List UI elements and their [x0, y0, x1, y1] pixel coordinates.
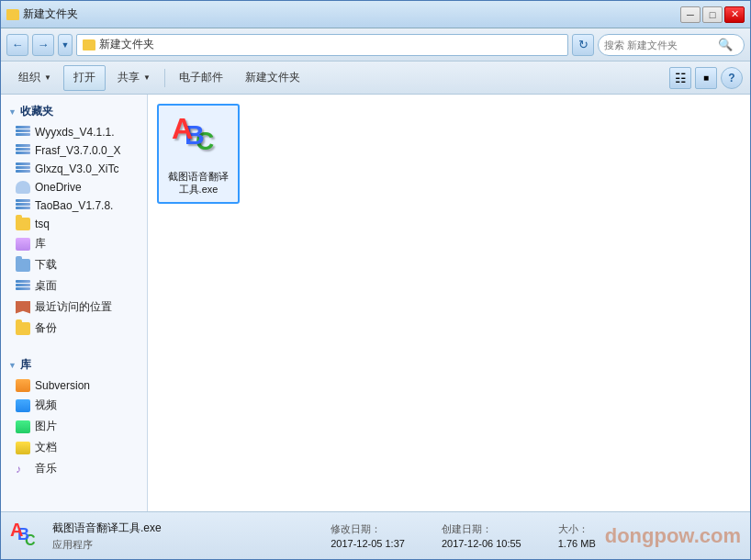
file-item-exe[interactable]: A B C 截图语音翻译工具.exe	[157, 104, 240, 204]
sidebar-item-images[interactable]: 图片	[1, 416, 147, 437]
maximize-button[interactable]: □	[702, 6, 723, 23]
sidebar-item-glxzq[interactable]: Glxzq_V3.0_XiTc	[1, 160, 147, 178]
abc-A-letter: A	[172, 112, 193, 146]
sidebar-item-subversion[interactable]: Subversion	[1, 376, 147, 395]
close-button[interactable]: ✕	[724, 6, 745, 23]
title-folder-icon	[6, 9, 19, 20]
sidebar-item-onedrive[interactable]: OneDrive	[1, 178, 147, 196]
path-text: 新建文件夹	[99, 37, 154, 52]
sidebar-item-downloads[interactable]: 下载	[1, 254, 147, 275]
refresh-button[interactable]: ↻	[572, 34, 594, 56]
subversion-icon	[16, 379, 30, 392]
sidebar-item-music[interactable]: ♪ 音乐	[1, 458, 147, 479]
video-icon	[16, 399, 30, 412]
organize-caret: ▼	[44, 73, 51, 82]
sidebar-item-label: 下载	[35, 257, 57, 273]
modified-value: 2017-12-05 1:37	[331, 538, 405, 549]
doc-icon	[16, 442, 30, 454]
address-path[interactable]: 新建文件夹	[76, 34, 568, 56]
stack-icon	[16, 162, 30, 175]
sidebar-item-desktop[interactable]: 桌面	[1, 275, 147, 297]
nav-dropdown-button[interactable]: ▼	[58, 34, 73, 56]
open-button[interactable]: 打开	[63, 65, 106, 91]
image-icon	[16, 420, 30, 433]
search-input[interactable]	[604, 39, 714, 50]
main-area: ▼ 收藏夹 Wyyxds_V4.1.1. Frasf_V3.7.0.0_X Gl…	[1, 95, 750, 511]
sidebar-item-label: Wyyxds_V4.1.1.	[35, 126, 115, 139]
exe-icon: A B C	[171, 111, 226, 166]
toolbar: 组织 ▼ 打开 共享 ▼ 电子邮件 新建文件夹 ☷ ■ ?	[1, 62, 750, 95]
folder-blue-icon	[16, 259, 30, 272]
sidebar-item-taobao[interactable]: TaoBao_V1.7.8.	[1, 196, 147, 215]
view-button[interactable]: ☷	[669, 67, 691, 89]
libraries-header[interactable]: ▼ 库	[1, 353, 147, 376]
title-bar-left: 新建文件夹	[6, 6, 78, 22]
sidebar-item-label: Subversion	[35, 379, 90, 392]
stack-icon	[16, 126, 30, 139]
sidebar: ▼ 收藏夹 Wyyxds_V4.1.1. Frasf_V3.7.0.0_X Gl…	[1, 95, 148, 511]
organize-button[interactable]: 组织 ▼	[8, 65, 62, 91]
back-button[interactable]: ←	[6, 34, 28, 56]
sidebar-item-label: 桌面	[35, 278, 57, 294]
sidebar-item-lib[interactable]: 库	[1, 233, 147, 254]
sidebar-item-label: OneDrive	[35, 181, 82, 194]
sidebar-item-video[interactable]: 视频	[1, 395, 147, 416]
new-folder-label: 新建文件夹	[245, 70, 300, 85]
toolbar-separator	[164, 69, 165, 87]
music-icon: ♪	[16, 463, 30, 476]
view-toggle-button[interactable]: ■	[695, 67, 717, 89]
sidebar-item-label: 备份	[35, 320, 57, 336]
sidebar-item-recent[interactable]: 最近访问的位置	[1, 297, 147, 318]
modified-detail: 修改日期： 2017-12-05 1:37	[331, 522, 405, 549]
sidebar-item-label: 库	[35, 236, 46, 252]
file-name: 截图语音翻译工具.exe	[164, 170, 232, 196]
status-app-icon: A B C	[10, 520, 43, 553]
lib-icon	[16, 238, 30, 251]
sidebar-item-label: 图片	[35, 419, 57, 434]
created-detail: 创建日期： 2017-12-06 10:55	[442, 522, 521, 549]
modified-label: 修改日期：	[331, 522, 405, 536]
size-value: 1.76 MB	[558, 538, 596, 549]
organize-label: 组织	[18, 70, 40, 85]
email-label: 电子邮件	[179, 70, 223, 85]
share-label: 共享	[118, 70, 140, 85]
bookmark-icon	[16, 301, 30, 314]
size-label: 大小：	[558, 522, 596, 536]
sidebar-item-tsq[interactable]: tsq	[1, 215, 147, 233]
search-box[interactable]: 🔍	[598, 34, 745, 56]
watermark: dongpow.com	[605, 524, 741, 548]
libraries-expand-icon: ▼	[8, 361, 17, 370]
file-grid: A B C 截图语音翻译工具.exe	[157, 104, 741, 204]
share-button[interactable]: 共享 ▼	[107, 65, 161, 91]
sidebar-item-label: Frasf_V3.7.0.0_X	[35, 144, 120, 157]
favorites-header[interactable]: ▼ 收藏夹	[1, 100, 147, 123]
status-filename: 截图语音翻译工具.exe	[52, 521, 321, 536]
minimize-button[interactable]: ─	[680, 6, 701, 23]
window-title: 新建文件夹	[23, 6, 78, 22]
title-bar-buttons: ─ □ ✕	[680, 6, 745, 23]
libraries-section: ▼ 库 Subversion 视频 图片 文档	[1, 353, 147, 479]
forward-button[interactable]: →	[32, 34, 54, 56]
address-bar: ← → ▼ 新建文件夹 ↻ 🔍	[1, 28, 750, 62]
sidebar-item-label: 音乐	[35, 461, 57, 476]
sidebar-item-docs[interactable]: 文档	[1, 437, 147, 458]
content-area: A B C 截图语音翻译工具.exe	[148, 95, 750, 511]
sidebar-item-label: 文档	[35, 440, 57, 455]
new-folder-button[interactable]: 新建文件夹	[235, 65, 310, 91]
sidebar-item-frasf[interactable]: Frasf_V3.7.0.0_X	[1, 141, 147, 160]
help-button[interactable]: ?	[721, 67, 743, 89]
cloud-icon	[16, 181, 30, 194]
sidebar-item-backup[interactable]: 备份	[1, 318, 147, 339]
email-button[interactable]: 电子邮件	[169, 65, 233, 91]
sidebar-item-label: Glxzq_V3.0_XiTc	[35, 162, 118, 175]
sidebar-item-label: 视频	[35, 398, 57, 413]
sidebar-item-label: 最近访问的位置	[35, 299, 112, 315]
toolbar-right: ☷ ■ ?	[669, 67, 743, 89]
status-abc-A: A	[10, 520, 23, 541]
folder-icon	[16, 322, 30, 335]
title-bar: 新建文件夹 ─ □ ✕	[1, 1, 750, 28]
folder-icon	[16, 218, 30, 230]
sidebar-item-wyyxds[interactable]: Wyyxds_V4.1.1.	[1, 123, 147, 141]
search-icon[interactable]: 🔍	[718, 38, 733, 51]
open-label: 打开	[73, 70, 95, 85]
